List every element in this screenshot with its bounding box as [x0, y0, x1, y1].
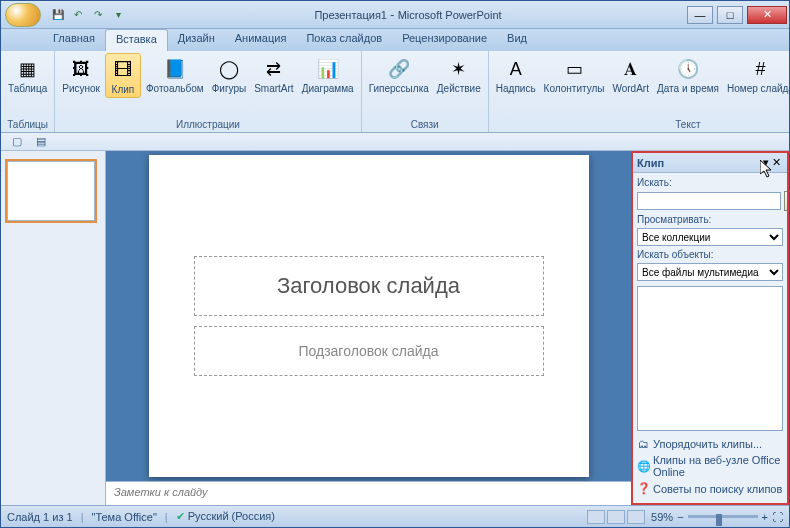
action-icon: ✶ — [445, 55, 473, 83]
link-text: Упорядочить клипы... — [653, 438, 762, 450]
subtitle-placeholder[interactable]: Подзаголовок слайда — [194, 326, 544, 376]
headerfooter-label: Колонтитулы — [544, 83, 605, 94]
search-input[interactable] — [637, 192, 781, 210]
group-label: Текст — [493, 118, 790, 132]
zoom-value[interactable]: 59% — [651, 511, 673, 523]
view-normal-icon[interactable] — [587, 510, 605, 524]
album-label: Фотоальбом — [146, 83, 204, 94]
tp-link-0[interactable]: 🗂Упорядочить клипы... — [637, 436, 783, 452]
title-bar: 💾 ↶ ↷ ▾ Презентация1 - Microsoft PowerPo… — [1, 1, 789, 29]
clip-label: Клип — [112, 84, 135, 95]
tp-link-2[interactable]: ❓Советы по поиску клипов — [637, 480, 783, 497]
smartart-button[interactable]: ⇄SmartArt — [251, 53, 296, 96]
chart-button[interactable]: 📊Диаграмма — [299, 53, 357, 96]
slide-thumbnail-1[interactable]: 1 — [7, 161, 95, 221]
search-start-button[interactable]: Начать — [784, 191, 787, 211]
picture-button[interactable]: 🖼Рисунок — [59, 53, 103, 96]
textbox-icon: A — [502, 55, 530, 83]
datetime-button[interactable]: 🕔Дата и время — [654, 53, 722, 96]
link-text: Советы по поиску клипов — [653, 483, 782, 495]
browse-label: Просматривать: — [637, 214, 783, 225]
group-label: Связи — [366, 118, 484, 132]
slides-tab-icon[interactable]: ▤ — [31, 134, 51, 150]
wordart-button[interactable]: 𝐀WordArt — [609, 53, 652, 96]
save-icon[interactable]: 💾 — [49, 6, 67, 24]
group-label: Иллюстрации — [59, 118, 356, 132]
task-pane-title: Клип — [637, 157, 763, 169]
tab-Главная[interactable]: Главная — [43, 29, 105, 51]
objects-label: Искать объекты: — [637, 249, 783, 260]
ribbon-group-Таблицы: ▦ТаблицаТаблицы — [1, 51, 55, 132]
slide-canvas[interactable]: Заголовок слайда Подзаголовок слайда — [106, 151, 631, 481]
search-label: Искать: — [637, 177, 783, 188]
ribbon: ▦ТаблицаТаблицы🖼Рисунок🎞Клип📘Фотоальбом◯… — [1, 51, 789, 133]
hyperlink-icon: 🔗 — [385, 55, 413, 83]
objects-select[interactable]: Все файлы мультимедиа — [637, 263, 783, 281]
minimize-button[interactable]: — — [687, 6, 713, 24]
quick-access-toolbar: 💾 ↶ ↷ ▾ — [45, 6, 131, 24]
action-label: Действие — [437, 83, 481, 94]
slide[interactable]: Заголовок слайда Подзаголовок слайда — [149, 155, 589, 477]
title-placeholder[interactable]: Заголовок слайда — [194, 256, 544, 316]
shapes-icon: ◯ — [215, 55, 243, 83]
tab-Вставка[interactable]: Вставка — [105, 29, 168, 51]
zoom-fit-icon[interactable]: ⛶ — [772, 511, 783, 523]
hyperlink-button[interactable]: 🔗Гиперссылка — [366, 53, 432, 96]
zoom-slider[interactable] — [688, 515, 758, 518]
browse-select[interactable]: Все коллекции — [637, 228, 783, 246]
notes-pane[interactable]: Заметки к слайду — [106, 481, 631, 505]
status-bar: Слайд 1 из 1 | "Тема Office" | ✔ Русский… — [1, 505, 789, 527]
ribbon-group-Иллюстрации: 🖼Рисунок🎞Клип📘Фотоальбом◯Фигуры⇄SmartArt… — [55, 51, 361, 132]
chart-label: Диаграмма — [302, 83, 354, 94]
window-title: Презентация1 - Microsoft PowerPoint — [131, 8, 685, 22]
group-label: Таблицы — [5, 118, 50, 132]
outline-tab-icon[interactable]: ▢ — [7, 134, 27, 150]
office-button[interactable] — [5, 3, 41, 27]
hyperlink-label: Гиперссылка — [369, 83, 429, 94]
clip-button[interactable]: 🎞Клип — [105, 53, 141, 98]
shapes-label: Фигуры — [212, 83, 246, 94]
view-sorter-icon[interactable] — [607, 510, 625, 524]
textbox-button[interactable]: AНадпись — [493, 53, 539, 96]
close-button[interactable]: ✕ — [747, 6, 787, 24]
slidenum-label: Номер слайда — [727, 83, 790, 94]
smartart-label: SmartArt — [254, 83, 293, 94]
status-language[interactable]: ✔ Русский (Россия) — [176, 510, 275, 523]
slidenum-button[interactable]: #Номер слайда — [724, 53, 790, 96]
album-button[interactable]: 📘Фотоальбом — [143, 53, 207, 96]
link-text: Клипы на веб-узле Office Online — [653, 454, 783, 478]
tab-Дизайн[interactable]: Дизайн — [168, 29, 225, 51]
view-slideshow-icon[interactable] — [627, 510, 645, 524]
tp-link-1[interactable]: 🌐Клипы на веб-узле Office Online — [637, 452, 783, 480]
shapes-button[interactable]: ◯Фигуры — [209, 53, 249, 96]
slide-thumbnail-pane: 1 — [1, 151, 106, 505]
headerfooter-button[interactable]: ▭Колонтитулы — [541, 53, 608, 96]
tab-Вид[interactable]: Вид — [497, 29, 537, 51]
zoom-out-icon[interactable]: − — [677, 511, 683, 523]
slidenum-icon: # — [746, 55, 774, 83]
redo-icon[interactable]: ↷ — [89, 6, 107, 24]
headerfooter-icon: ▭ — [560, 55, 588, 83]
ribbon-group-Текст: AНадпись▭Колонтитулы𝐀WordArt🕔Дата и врем… — [489, 51, 790, 132]
undo-icon[interactable]: ↶ — [69, 6, 87, 24]
textbox-label: Надпись — [496, 83, 536, 94]
results-area[interactable] — [637, 286, 783, 431]
action-button[interactable]: ✶Действие — [434, 53, 484, 96]
link-icon: 🗂 — [637, 438, 649, 450]
tab-Анимация[interactable]: Анимация — [225, 29, 297, 51]
table-icon: ▦ — [14, 55, 42, 83]
maximize-button[interactable]: □ — [717, 6, 743, 24]
clip-task-pane: Клип ▾ ✕ Искать: Начать Просматривать: В… — [631, 151, 789, 505]
table-button[interactable]: ▦Таблица — [5, 53, 50, 96]
tab-Рецензирование[interactable]: Рецензирование — [392, 29, 497, 51]
task-pane-close-icon[interactable]: ✕ — [769, 156, 783, 169]
status-theme: "Тема Office" — [92, 511, 157, 523]
status-slide: Слайд 1 из 1 — [7, 511, 73, 523]
tab-Показ слайдов[interactable]: Показ слайдов — [296, 29, 392, 51]
qat-more-icon[interactable]: ▾ — [109, 6, 127, 24]
chart-icon: 📊 — [314, 55, 342, 83]
zoom-in-icon[interactable]: + — [762, 511, 768, 523]
sub-toolbar: ▢ ▤ — [1, 133, 789, 151]
wordart-icon: 𝐀 — [617, 55, 645, 83]
ribbon-tabs: ГлавнаяВставкаДизайнАнимацияПоказ слайдо… — [1, 29, 789, 51]
